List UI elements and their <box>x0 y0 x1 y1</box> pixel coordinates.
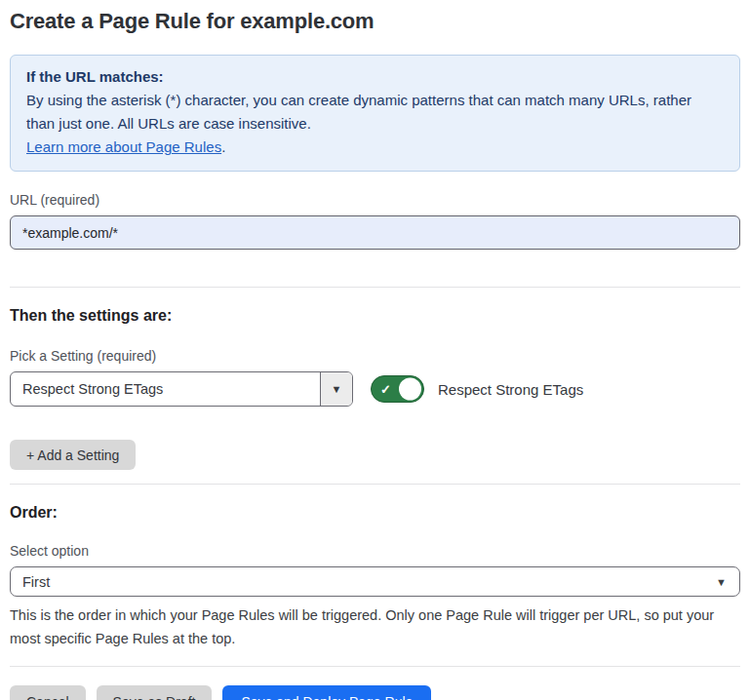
link-suffix: . <box>221 138 225 155</box>
order-help-text: This is the order in which your Page Rul… <box>10 603 740 650</box>
page-title: Create a Page Rule for example.com <box>10 9 740 34</box>
etags-toggle[interactable]: ✓ <box>371 375 424 403</box>
pick-setting-label: Pick a Setting (required) <box>10 348 740 364</box>
info-box-body: By using the asterisk (*) character, you… <box>26 89 724 136</box>
save-deploy-button[interactable]: Save and Deploy Page Rule <box>222 685 431 700</box>
section-divider <box>10 484 740 485</box>
save-draft-button[interactable]: Save as Draft <box>97 685 213 700</box>
setting-row: Respect Strong ETags ▼ ✓ Respect Strong … <box>10 371 740 407</box>
add-setting-button[interactable]: + Add a Setting <box>10 440 136 470</box>
check-icon: ✓ <box>380 383 391 396</box>
footer-actions: Cancel Save as Draft Save and Deploy Pag… <box>10 685 740 700</box>
setting-select-arrow-button[interactable]: ▼ <box>320 372 352 406</box>
dropdown-arrow-icon: ▼ <box>716 576 727 587</box>
order-section-heading: Order: <box>10 504 740 522</box>
setting-select[interactable]: Respect Strong ETags ▼ <box>10 371 353 407</box>
order-select-label: Select option <box>10 543 740 559</box>
learn-more-link[interactable]: Learn more about Page Rules <box>26 138 221 155</box>
etags-toggle-label: Respect Strong ETags <box>438 381 583 398</box>
cancel-button[interactable]: Cancel <box>10 685 86 700</box>
order-select-value: First <box>22 574 50 590</box>
order-select[interactable]: First ▼ <box>10 566 740 597</box>
url-input[interactable] <box>10 215 740 250</box>
footer-divider <box>10 666 740 667</box>
section-divider <box>10 287 740 288</box>
info-box-heading: If the URL matches: <box>26 65 724 89</box>
url-match-info-box: If the URL matches: By using the asteris… <box>10 55 740 172</box>
info-box-link-line: Learn more about Page Rules. <box>26 136 724 159</box>
toggle-knob <box>399 378 421 401</box>
url-field-label: URL (required) <box>10 192 740 208</box>
page-rule-form: Create a Page Rule for example.com If th… <box>0 0 750 700</box>
settings-section-heading: Then the settings are: <box>10 307 740 325</box>
setting-select-value: Respect Strong ETags <box>11 372 320 406</box>
dropdown-arrow-icon: ▼ <box>332 384 342 395</box>
